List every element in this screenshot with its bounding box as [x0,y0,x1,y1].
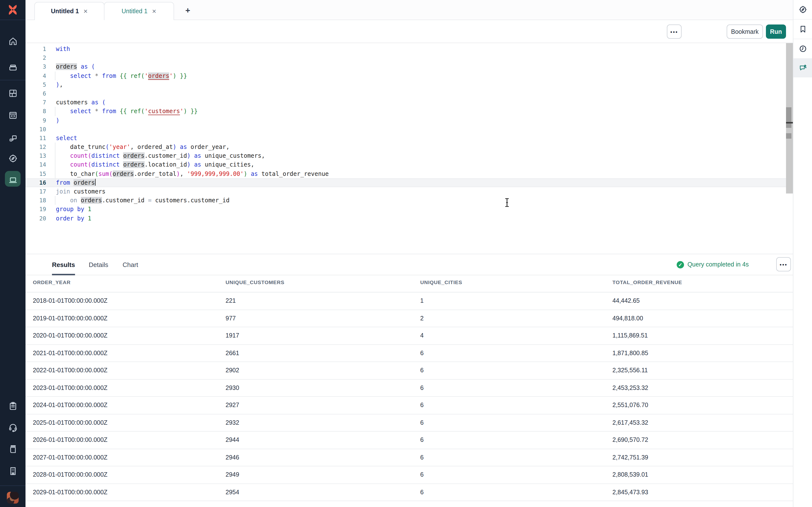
sidebar-item-code-window[interactable] [0,105,26,125]
book-icon [8,444,18,454]
table-cell: 44,442.65 [605,292,793,309]
query-status: ✓ Query completed in 4s [677,254,749,275]
scrollbar-thumb[interactable] [786,107,792,128]
code-line[interactable]: 14 count(distinct orders.location_id) as… [26,160,793,169]
text-caret [95,179,95,186]
sidebar-item-clipboard[interactable] [0,396,26,415]
table-row[interactable]: 2028-01-01T00:00:00.000Z294962,808,539.0… [26,466,793,484]
results-tab-results[interactable]: Results [52,254,75,275]
building-icon [8,466,18,476]
results-tab-chart[interactable]: Chart [122,254,138,275]
code-text: count(distinct orders.location_id) as un… [56,160,254,169]
laptop-icon [8,175,18,185]
sidebar-item-home[interactable] [0,31,26,51]
column-header[interactable]: UNIQUE_CITIES [413,279,605,292]
table-row[interactable]: 2022-01-01T00:00:00.000Z290262,325,556.1… [26,362,793,379]
code-line[interactable]: 3orders as ( [26,62,793,71]
code-text: join customers [56,187,105,196]
results-tab-details[interactable]: Details [89,254,108,275]
sidebar-item-windows[interactable] [0,128,26,148]
table-cell: 494,818.00 [605,310,793,327]
table-row[interactable]: 2020-01-01T00:00:00.000Z191741,115,869.5… [26,327,793,345]
table-row[interactable]: 2018-01-01T00:00:00.000Z221144,442.65 [26,292,793,310]
table-row[interactable]: 2021-01-01T00:00:00.000Z266161,871,800.8… [26,345,793,362]
table-cell: 6 [413,397,605,414]
sidebar-item-building[interactable] [0,461,26,481]
code-text: orders as ( [56,62,95,71]
table-row[interactable]: 2025-01-01T00:00:00.000Z293262,617,453.3… [26,414,793,432]
code-line[interactable]: 1with [26,45,793,53]
sidebar-item-book[interactable] [0,439,26,458]
document-tab[interactable]: Untitled 1✕ [34,2,104,20]
code-line[interactable]: 20order by 1 [26,214,793,223]
code-text: select [56,134,77,143]
rail-item-ai-chat[interactable] [793,59,812,77]
code-line[interactable]: 11select [26,134,793,143]
hex-logo[interactable] [0,0,26,20]
line-number: 2 [26,53,46,62]
more-options-button[interactable]: ••• [667,24,681,39]
code-line[interactable]: 5), [26,80,793,89]
column-header[interactable]: ORDER_YEAR [26,279,218,292]
code-text: on orders.customer_id = customers.custom… [56,196,230,205]
table-cell: 6 [413,466,605,483]
code-line[interactable]: 6 [26,89,793,98]
code-line[interactable]: 8 select * from {{ ref('customers') }} [26,107,793,116]
line-number: 12 [26,143,46,151]
code-text: ), [56,80,63,89]
code-line[interactable]: 7customers as ( [26,98,793,107]
code-line[interactable]: 9) [26,116,793,125]
column-header[interactable]: TOTAL_ORDER_REVENUE [605,279,793,292]
line-number: 16 [26,178,46,187]
line-number: 13 [26,152,46,160]
document-tab[interactable]: Untitled 1✕ [104,2,174,20]
sidebar-item-grid-layout[interactable] [0,83,26,103]
user-avatar[interactable] [7,492,19,504]
sql-editor[interactable]: 1with23orders as (4 select * from {{ ref… [26,43,793,254]
table-cell: 1,841,049.32 [605,501,793,507]
inbox-tray-icon [8,61,18,72]
run-button[interactable]: Run [766,24,786,39]
sidebar-item-laptop[interactable] [0,170,26,189]
sidebar-item-inbox-tray[interactable] [0,57,26,76]
code-line[interactable]: 16from orders [26,178,793,187]
code-line[interactable]: 13 count(distinct orders.customer_id) as… [26,152,793,160]
close-tab-icon[interactable]: ✕ [152,8,156,14]
rail-item-history-clock[interactable] [793,39,812,59]
code-line[interactable]: 12 date_trunc('year', ordered_at) as ord… [26,143,793,151]
table-cell: 2030-01-01T00:00:00.000Z [26,501,218,507]
line-number: 7 [26,98,46,107]
code-line[interactable]: 10 [26,125,793,133]
code-line[interactable]: 19group by 1 [26,205,793,214]
column-header[interactable]: UNIQUE_CUSTOMERS [218,279,413,292]
table-row[interactable]: 2019-01-01T00:00:00.000Z9772494,818.00 [26,310,793,327]
table-row[interactable]: 2026-01-01T00:00:00.000Z294462,690,570.7… [26,432,793,449]
tab-bar: Untitled 1✕Untitled 1✕ + [26,0,793,20]
table-row[interactable]: 2023-01-01T00:00:00.000Z293062,453,253.3… [26,379,793,397]
code-line[interactable]: 4 select * from {{ ref('orders') }} [26,71,793,80]
bookmark-button[interactable]: Bookmark [727,24,763,39]
main-area: Untitled 1✕Untitled 1✕ + ••• Bookmark Ru… [26,0,793,507]
table-row[interactable]: 2030-01-01T00:00:00.000Z287961,841,049.3… [26,501,793,507]
close-tab-icon[interactable]: ✕ [83,8,88,14]
table-row[interactable]: 2024-01-01T00:00:00.000Z292762,551,076.7… [26,397,793,414]
sidebar-item-headset[interactable] [0,417,26,437]
table-cell: 2027-01-01T00:00:00.000Z [26,449,218,466]
sidebar-item-compass[interactable] [0,149,26,168]
results-more-button[interactable]: ••• [776,257,791,271]
page-scrollbar[interactable] [786,43,793,193]
table-cell: 2024-01-01T00:00:00.000Z [26,397,218,414]
code-line[interactable]: 18 on orders.customer_id = customers.cus… [26,196,793,205]
table-row[interactable]: 2029-01-01T00:00:00.000Z295462,845,473.9… [26,484,793,501]
mouse-text-cursor [504,198,510,209]
check-circle-icon: ✓ [677,261,684,268]
code-line[interactable]: 17join customers [26,187,793,196]
query-status-text: Query completed in 4s [688,261,749,268]
table-row[interactable]: 2027-01-01T00:00:00.000Z294662,742,751.3… [26,449,793,466]
code-line[interactable]: 2 [26,53,793,62]
new-tab-button[interactable]: + [182,4,194,17]
rail-item-bookmark[interactable] [793,19,812,39]
table-cell: 2,617,453.32 [605,414,793,431]
rail-item-compass[interactable] [793,0,812,19]
code-line[interactable]: 15 to_char(sum(orders.order_total), '999… [26,169,793,178]
